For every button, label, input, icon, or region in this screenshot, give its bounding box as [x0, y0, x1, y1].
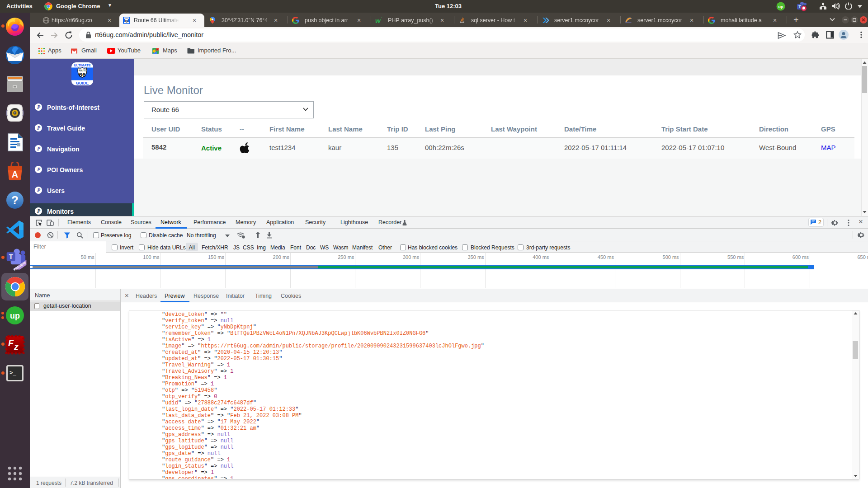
- svg-text:w: w: [375, 17, 381, 24]
- svg-text:T: T: [798, 5, 801, 9]
- svg-text:>_: >_: [9, 369, 17, 376]
- svg-text:GUIDE: GUIDE: [76, 81, 89, 85]
- svg-text:z: z: [14, 342, 19, 352]
- svg-text:up: up: [10, 311, 20, 320]
- svg-text:P: P: [37, 125, 41, 131]
- svg-text:P: P: [37, 146, 41, 151]
- svg-text:F: F: [8, 338, 14, 348]
- svg-text:up: up: [778, 5, 783, 9]
- svg-text:ULTIMATE: ULTIMATE: [74, 63, 90, 67]
- svg-text:?: ?: [11, 193, 19, 207]
- svg-text:66: 66: [125, 19, 128, 22]
- svg-text:A: A: [12, 169, 18, 179]
- svg-text:P: P: [37, 188, 41, 193]
- svg-text:66: 66: [79, 71, 86, 78]
- svg-text:P: P: [37, 167, 41, 172]
- svg-text:T: T: [9, 253, 13, 260]
- svg-text:': ': [381, 17, 382, 21]
- svg-text:P: P: [37, 104, 41, 110]
- svg-text:P: P: [37, 208, 41, 214]
